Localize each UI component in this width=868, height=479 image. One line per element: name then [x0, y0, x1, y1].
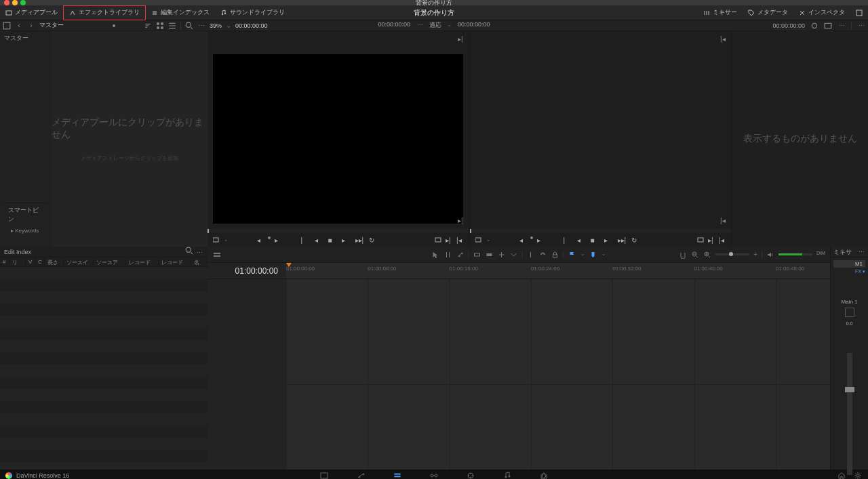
snap-icon[interactable] [679, 251, 687, 259]
go-start-icon[interactable]: |◂ [720, 217, 727, 224]
mixer-tab[interactable]: ミキサー [698, 5, 743, 20]
track-headers[interactable] [208, 279, 286, 470]
bin-tree[interactable]: マスター スマートビン ▸ Keywords [0, 31, 52, 247]
prev-mark-icon[interactable]: ◂ [257, 236, 264, 243]
go-end-icon[interactable]: ▸| [458, 217, 465, 224]
zoom-slider[interactable] [715, 253, 749, 255]
loop-icon[interactable]: ↻ [631, 236, 638, 243]
col-name[interactable]: 名前 [191, 257, 208, 266]
arrow-tool-icon[interactable] [432, 251, 440, 259]
single-viewer-icon[interactable] [824, 22, 832, 30]
loop-icon[interactable]: ↻ [369, 236, 376, 243]
effects-library-tab[interactable]: エフェクトライブラリ [63, 5, 146, 20]
sort-icon[interactable] [144, 22, 152, 30]
flag-icon[interactable] [568, 251, 576, 259]
list-view-icon[interactable] [168, 22, 176, 30]
match-frame-icon[interactable] [435, 236, 441, 243]
program-more-icon[interactable]: ⋯ [837, 22, 846, 30]
metadata-tab[interactable]: メタデータ [743, 5, 793, 20]
last-frame-icon[interactable]: ▸▸| [355, 236, 362, 243]
col-recout[interactable]: レコードアウト [159, 257, 191, 266]
fader[interactable] [847, 353, 852, 475]
out-point-icon[interactable]: |◂ [719, 236, 726, 243]
fader-handle[interactable] [845, 387, 854, 392]
inspector-more-icon[interactable]: ⋯ [857, 22, 865, 30]
prev-mark-icon[interactable]: ◂ [519, 236, 526, 243]
first-frame-icon[interactable]: |◂◂ [301, 236, 308, 243]
replace-icon[interactable] [498, 251, 506, 259]
play-icon[interactable]: ▸ [604, 236, 611, 243]
lock-icon[interactable] [551, 251, 559, 259]
expand-button[interactable] [850, 5, 868, 20]
source-scrubber[interactable] [208, 229, 469, 233]
more-icon[interactable]: ⋯ [195, 249, 203, 257]
edit-index-tab[interactable]: 編集インデックス [146, 5, 215, 20]
col-srcout[interactable]: ソースアウト [94, 257, 126, 266]
bin-master[interactable]: マスター [4, 34, 47, 43]
next-mark-icon[interactable]: ▸ [275, 236, 281, 243]
bin-view-icon[interactable] [3, 22, 11, 30]
search-icon[interactable] [185, 22, 193, 30]
deliver-page-icon[interactable] [539, 471, 549, 479]
dim-icon[interactable]: DIM [816, 251, 825, 259]
media-page-icon[interactable] [319, 471, 329, 479]
color-page-icon[interactable] [466, 471, 475, 479]
col-v[interactable]: V [26, 257, 35, 266]
source-more-icon[interactable]: ⋯ [416, 21, 424, 29]
edit-page-icon[interactable] [393, 471, 402, 479]
media-pool-grid[interactable]: メディアプールにクリップがありません メディアストレージからクリップを追加 [52, 31, 208, 247]
media-pool-tab[interactable]: メディアプール [0, 5, 63, 20]
timeline-ruler[interactable]: 01:00:00:00 01:00:08:00 01:00:16:00 01:0… [286, 263, 830, 278]
more-icon[interactable]: ⋯ [197, 22, 205, 30]
prev-frame-icon[interactable]: ◂ [577, 236, 584, 243]
sound-library-tab[interactable]: サウンドライブラリ [215, 5, 290, 20]
fit-icon[interactable] [510, 251, 518, 259]
more-icon[interactable]: ⋯ [857, 248, 865, 256]
first-frame-icon[interactable]: |◂◂ [564, 236, 570, 243]
prev-frame-icon[interactable]: ◂ [315, 236, 321, 243]
fusion-page-icon[interactable] [429, 471, 439, 479]
volume-icon[interactable] [766, 251, 774, 259]
mute-button[interactable] [845, 308, 854, 317]
stop-icon[interactable]: ■ [591, 236, 597, 243]
chevron-right-icon[interactable]: › [27, 22, 35, 30]
col-recin[interactable]: レコードイン [126, 257, 159, 266]
blade-icon[interactable] [527, 251, 535, 259]
source-zoom[interactable]: 39% [210, 22, 222, 29]
last-frame-icon[interactable]: ▸▸| [618, 236, 625, 243]
program-scrubber[interactable] [470, 229, 731, 233]
smartbin-keywords[interactable]: ▸ Keywords [4, 226, 47, 235]
zoom-out-icon[interactable] [691, 251, 699, 259]
play-icon[interactable]: ▸ [342, 236, 349, 243]
fairlight-page-icon[interactable] [502, 471, 512, 479]
bypass-icon[interactable] [810, 22, 818, 30]
col-num[interactable]: # [0, 257, 9, 266]
program-display[interactable] [475, 54, 726, 224]
col-srcin[interactable]: ソースイン [64, 257, 94, 266]
stop-icon[interactable]: ■ [328, 236, 335, 243]
mode-dropdown-icon[interactable] [213, 236, 220, 243]
smartbin-header[interactable]: スマートビン [4, 203, 47, 226]
trim-tool-icon[interactable] [444, 251, 452, 259]
next-mark-icon[interactable]: ▸ [537, 236, 544, 243]
blade-tool-icon[interactable] [456, 251, 465, 259]
grid-view-icon[interactable] [156, 22, 164, 30]
settings-icon[interactable] [853, 471, 863, 479]
strip-name[interactable]: M1 [833, 260, 865, 268]
match-frame-icon[interactable] [697, 236, 704, 243]
in-point-icon[interactable]: ▸| [446, 236, 452, 243]
zoom-in-icon[interactable] [703, 251, 711, 259]
chevron-left-icon[interactable]: ‹ [15, 22, 23, 30]
marker-icon[interactable] [589, 251, 597, 259]
inspector-tab[interactable]: インスペクタ [793, 5, 850, 20]
edit-index-rows[interactable] [0, 267, 208, 470]
in-point-icon[interactable]: ▸| [708, 236, 715, 243]
track-body[interactable] [286, 279, 830, 470]
link-icon[interactable] [539, 251, 547, 259]
source-display[interactable] [213, 54, 463, 224]
col-reel[interactable]: リー [9, 257, 26, 266]
overwrite-icon[interactable] [486, 251, 494, 259]
go-start-icon[interactable]: |◂ [720, 35, 727, 42]
home-icon[interactable] [837, 471, 846, 479]
volume-slider[interactable] [778, 253, 812, 255]
